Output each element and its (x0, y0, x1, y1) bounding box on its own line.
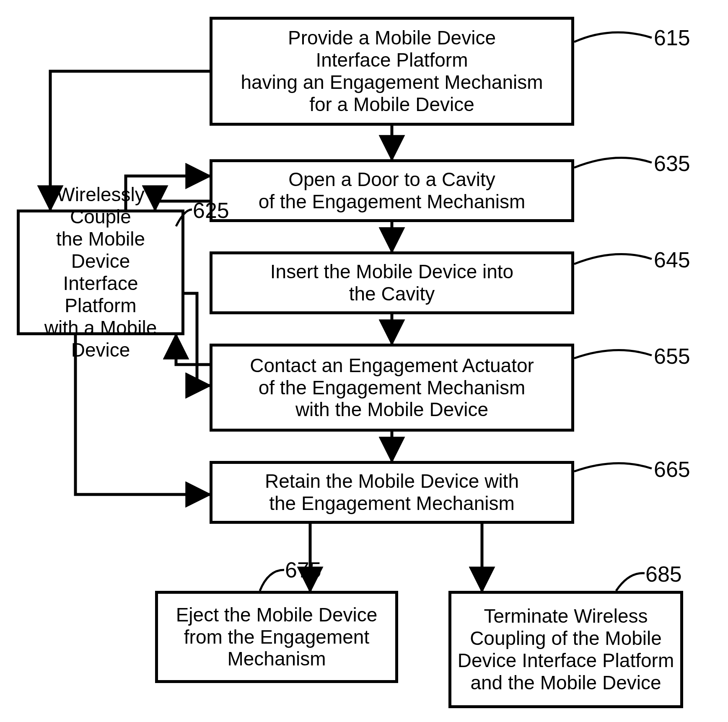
step-685: Terminate WirelessCoupling of the Mobile… (448, 591, 683, 708)
step-625: Wirelessly Couplethe Mobile DeviceInterf… (17, 210, 184, 335)
label-635: 635 (654, 151, 690, 176)
step-615-text: Provide a Mobile DeviceInterface Platfor… (241, 27, 543, 116)
label-625: 625 (193, 198, 229, 223)
step-625-text: Wirelessly Couplethe Mobile DeviceInterf… (25, 184, 176, 361)
label-685: 685 (645, 562, 682, 587)
label-665: 665 (654, 457, 690, 482)
step-645: Insert the Mobile Device intothe Cavity (210, 251, 574, 314)
label-675: 675 (285, 557, 321, 582)
step-675: Eject the Mobile Devicefrom the Engageme… (155, 591, 398, 683)
step-635: Open a Door to a Cavityof the Engagement… (210, 159, 574, 222)
step-615: Provide a Mobile DeviceInterface Platfor… (210, 17, 574, 126)
step-645-text: Insert the Mobile Device intothe Cavity (270, 261, 513, 305)
label-645: 645 (654, 247, 690, 272)
label-615: 615 (654, 25, 690, 50)
step-655-text: Contact an Engagement Actuatorof the Eng… (250, 355, 534, 421)
step-675-text: Eject the Mobile Devicefrom the Engageme… (176, 604, 378, 670)
step-685-text: Terminate WirelessCoupling of the Mobile… (458, 605, 674, 694)
label-655: 655 (654, 344, 690, 369)
step-635-text: Open a Door to a Cavityof the Engagement… (259, 168, 526, 213)
step-655: Contact an Engagement Actuatorof the Eng… (210, 344, 574, 432)
step-665-text: Retain the Mobile Device withthe Engagem… (265, 470, 519, 515)
step-665: Retain the Mobile Device withthe Engagem… (210, 461, 574, 524)
